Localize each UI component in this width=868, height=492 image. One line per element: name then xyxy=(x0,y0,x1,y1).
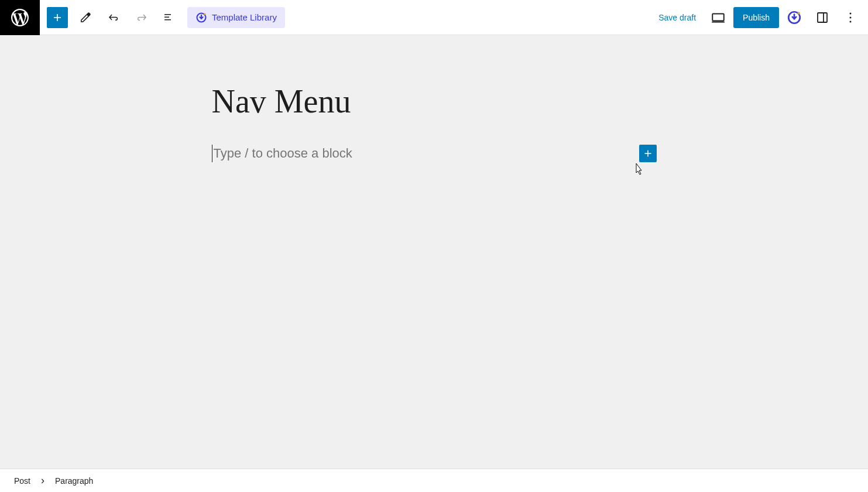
inline-add-block-button[interactable] xyxy=(639,145,657,162)
svg-point-7 xyxy=(850,12,852,14)
breadcrumb-footer: Post › Paragraph xyxy=(0,469,868,492)
wordpress-icon xyxy=(9,7,30,28)
chevron-right-icon: › xyxy=(41,474,44,487)
editor-header: Template Library Save draft Publish xyxy=(0,0,868,35)
svg-rect-5 xyxy=(818,13,827,22)
more-vertical-icon xyxy=(843,11,857,25)
undo-button[interactable] xyxy=(100,4,128,32)
preview-button[interactable] xyxy=(705,5,731,30)
plugin-icon-button[interactable] xyxy=(781,5,807,30)
paragraph-block-row: Type / to choose a block xyxy=(212,145,657,162)
wordpress-logo-button[interactable] xyxy=(0,0,40,35)
options-menu-button[interactable] xyxy=(838,5,863,30)
svg-point-1 xyxy=(204,13,205,15)
plugin-circle-icon xyxy=(787,10,802,25)
save-draft-button[interactable]: Save draft xyxy=(651,8,703,27)
publish-button[interactable]: Publish xyxy=(733,7,779,28)
breadcrumb-root[interactable]: Post xyxy=(14,476,30,486)
redo-icon xyxy=(135,11,149,25)
header-left-group: Template Library xyxy=(0,0,285,35)
list-view-icon xyxy=(163,11,177,25)
svg-point-4 xyxy=(797,12,800,14)
display-icon xyxy=(711,10,726,25)
paragraph-block-placeholder[interactable]: Type / to choose a block xyxy=(212,145,352,162)
plus-icon xyxy=(641,147,654,160)
redo-button[interactable] xyxy=(128,4,156,32)
svg-point-9 xyxy=(850,20,852,22)
add-block-button[interactable] xyxy=(47,7,68,28)
template-library-icon xyxy=(195,12,207,23)
post-title[interactable]: Nav Menu xyxy=(212,82,657,121)
post-content-wrapper: Nav Menu Type / to choose a block xyxy=(212,82,657,162)
edit-tool-button[interactable] xyxy=(71,4,100,32)
header-right-group: Save draft Publish xyxy=(651,0,868,35)
plus-icon xyxy=(50,11,64,25)
editor-canvas[interactable]: Nav Menu Type / to choose a block xyxy=(0,35,868,469)
undo-icon xyxy=(107,11,121,25)
settings-sidebar-button[interactable] xyxy=(809,5,835,30)
document-overview-button[interactable] xyxy=(156,4,184,32)
template-library-button[interactable]: Template Library xyxy=(187,7,285,28)
pencil-icon xyxy=(78,11,92,25)
svg-point-8 xyxy=(850,16,852,18)
template-library-label: Template Library xyxy=(212,12,277,22)
sidebar-panel-icon xyxy=(815,11,829,25)
svg-rect-2 xyxy=(712,13,724,20)
breadcrumb-current[interactable]: Paragraph xyxy=(55,476,93,486)
